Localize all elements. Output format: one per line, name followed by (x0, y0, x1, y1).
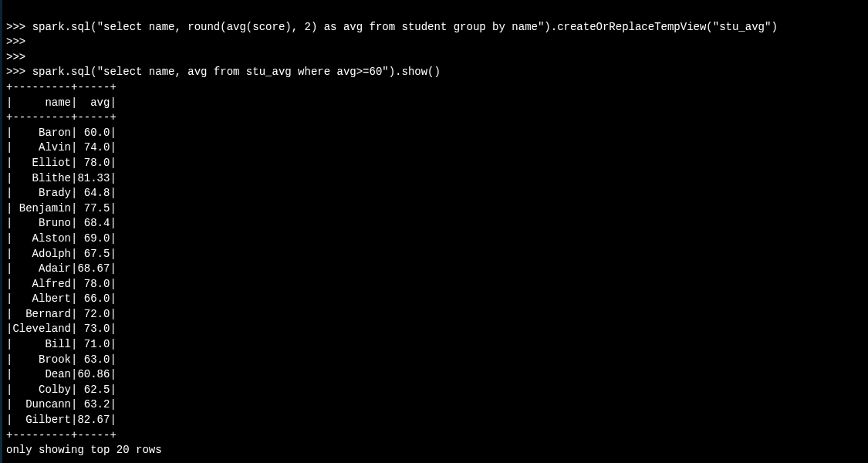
table-row: | Brook| 63.0| (6, 353, 117, 366)
window-edge-gradient (0, 0, 2, 463)
table-row: | Adair|68.67| (6, 262, 117, 275)
command-1-text: spark.sql("select name, round(avg(score)… (32, 21, 778, 33)
table-row: | Bernard| 72.0| (6, 308, 117, 320)
table-row: | Gilbert|82.67| (6, 414, 117, 426)
table-row: | Alvin| 74.0| (6, 141, 117, 154)
prompt-2: >>> (6, 35, 25, 48)
terminal-output[interactable]: >>> spark.sql("select name, round(avg(sc… (6, 5, 862, 463)
command-line-3: >>> (6, 51, 25, 63)
table-row: | Dean|60.86| (6, 368, 117, 380)
table-top-border: +---------+-----+ (6, 81, 117, 93)
command-line-1: >>> spark.sql("select name, round(avg(sc… (6, 21, 778, 33)
table-row: | Baron| 60.0| (6, 127, 117, 139)
table-row: | Bruno| 68.4| (6, 217, 117, 229)
table-row: | Brady| 64.8| (6, 187, 117, 199)
table-row: | Alfred| 78.0| (6, 278, 117, 290)
status-message: only showing top 20 rows (6, 444, 162, 456)
table-row: | Alston| 69.0| (6, 232, 117, 245)
table-row: | Albert| 66.0| (6, 292, 117, 305)
table-row: | Elliot| 78.0| (6, 157, 117, 169)
table-row: | Bill| 71.0| (6, 338, 117, 350)
table-row: | Blithe|81.33| (6, 172, 117, 184)
command-4-text: spark.sql("select name, avg from stu_avg… (32, 66, 441, 78)
command-line-4: >>> spark.sql("select name, avg from stu… (6, 66, 441, 78)
table-row: | Benjamin| 77.5| (6, 202, 117, 215)
table-row: | Duncann| 63.2| (6, 398, 117, 411)
prompt-4: >>> (6, 66, 25, 78)
table-row: | Colby| 62.5| (6, 384, 117, 396)
table-row: |Cleveland| 73.0| (6, 323, 117, 335)
prompt-1: >>> (6, 21, 25, 33)
prompt-3: >>> (6, 51, 25, 63)
table-bottom-border: +---------+-----+ (6, 429, 117, 441)
table-header-row: | name| avg| (6, 96, 117, 109)
command-line-2: >>> (6, 35, 25, 48)
table-header-separator: +---------+-----+ (6, 111, 117, 123)
table-row: | Adolph| 67.5| (6, 248, 117, 260)
